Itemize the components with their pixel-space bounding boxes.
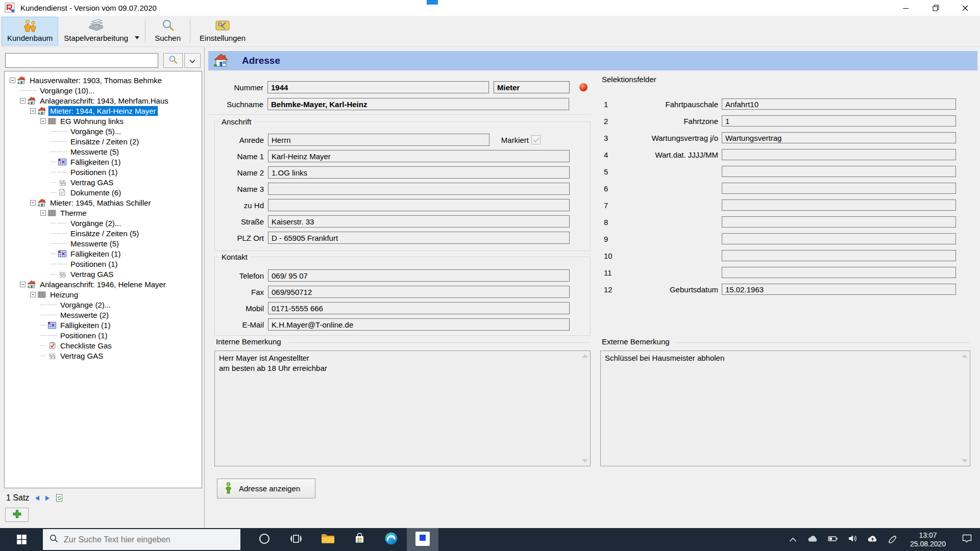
interne-bemerkung-textarea[interactable]: Herr Mayer ist Angestellter am besten ab… [214,350,591,466]
field-name-3[interactable] [268,183,570,195]
selektionsfeld-input-10[interactable] [722,250,956,261]
tree-item[interactable]: Positionen (1) [5,330,202,340]
field-fax[interactable]: 069/950712 [268,286,570,298]
selektionsfeld-input-11[interactable] [722,267,956,278]
taskbar-search-box[interactable] [43,529,240,550]
start-button[interactable] [0,528,43,551]
nummer-field[interactable]: 1944 [267,81,489,93]
selektionsfeld-input-6[interactable] [722,183,956,194]
selektionsfeld-input-3[interactable]: Wartungsvertrag [722,132,956,143]
externe-bemerkung-textarea[interactable]: Schlüssel bei Hausmeister abholen [600,350,970,466]
tree-item[interactable]: Hausverwalter: 1903, Thomas Behmke [5,75,202,85]
field-name-1[interactable]: Karl-Heinz Mayer [268,150,570,162]
pen-tray-button[interactable] [883,528,902,551]
tree-item[interactable]: Dokumente (6) [5,187,202,197]
selektionsfeld-input-2[interactable]: 1 [722,115,956,127]
selektionsfeld-input-1[interactable]: Anfahrt10 [722,98,956,110]
collapse-icon[interactable] [40,118,46,124]
backup-cloud-tray-button[interactable] [863,528,883,551]
scroll-down-icon[interactable] [582,459,588,463]
previous-record-button[interactable] [34,495,40,502]
scroll-up-icon[interactable] [962,354,968,358]
adresse-anzeigen-button[interactable]: Adresse anzeigen [217,479,315,498]
tree-item[interactable]: Vorgänge (5)... [5,126,202,136]
field-telefon[interactable]: 069/ 95 07 [268,269,570,282]
next-record-button[interactable] [45,495,51,502]
tree-item[interactable]: Positionen (1) [5,167,202,177]
tree-item[interactable]: Messwerte (2) [5,310,202,320]
tree-item[interactable]: Vorgänge (2)... [5,299,202,310]
markiert-checkbox[interactable] [531,135,541,144]
action-center-button[interactable] [953,528,980,551]
tree-item[interactable]: Anlageanschrift: 1943, Mehrfam.Haus [5,95,202,106]
tree-item[interactable]: Heizung [5,289,202,299]
batch-dropdown-arrow[interactable] [134,36,141,45]
toolbar-button-suchen[interactable]: Suchen [149,17,186,45]
toolbar-button-einstellungen[interactable]: Einstellungen [194,17,251,45]
collapse-icon[interactable] [10,78,15,83]
field-zu-hd[interactable] [268,199,570,211]
search-options-button[interactable] [184,53,201,68]
field-plz-ort[interactable]: D - 65905 Frankfurt [268,232,570,244]
field-e-mail[interactable]: K.H.Mayer@T-online.de [268,318,570,331]
battery-tray-button[interactable] [823,528,843,551]
collapse-icon[interactable] [20,282,26,287]
collapse-icon[interactable] [30,108,36,114]
collapse-icon[interactable] [40,210,46,216]
collapse-icon[interactable] [20,98,26,104]
tree-item[interactable]: Mieter: 1945, Mathias Schiller [5,197,202,208]
microsoft-store-button[interactable] [344,528,375,551]
collapse-icon[interactable] [30,292,36,297]
tree-item[interactable]: Positionen (1) [5,259,202,269]
tree-item[interactable]: Mieter: 1944, Karl-Heinz Mayer [5,106,202,116]
kundendienst-app-button[interactable] [407,528,438,551]
add-record-button[interactable] [5,508,29,522]
tree-item[interactable]: Fälligkeiten (1) [5,248,202,259]
tray-expand-button[interactable] [783,528,803,551]
tree-item[interactable]: Messwerte (5) [5,146,202,157]
toolbar-button-kundenbaum[interactable]: Kundenbaum [2,17,58,45]
task-view-button[interactable] [280,528,312,551]
taskbar-clock[interactable]: 13:07 25.08.2020 [902,531,953,548]
tree-item[interactable]: Anlageanschrift: 1946, Helene Mayer [5,279,202,289]
selektionsfeld-input-12[interactable]: 15.02.1963 [722,284,956,295]
restore-button[interactable] [921,0,950,16]
field-name-2[interactable]: 1.OG links [268,166,570,179]
tree-item[interactable]: Fälligkeiten (1) [5,320,202,330]
tree-search-button[interactable] [163,53,183,68]
suchname-field[interactable]: Behmke-Mayer, Karl-Heinz [267,98,569,110]
panel-splitter[interactable] [204,47,205,528]
collapse-icon[interactable] [30,200,36,206]
selektionsfeld-input-7[interactable] [722,199,956,211]
taskbar-search-input[interactable] [64,535,227,544]
field-stra-e[interactable]: Kaiserstr. 33 [268,215,570,228]
selektionsfeld-input-5[interactable] [722,166,956,177]
selektionsfeld-input-8[interactable] [722,216,956,228]
tree-item[interactable]: §§Vertrag GAS [5,177,202,187]
field-anrede[interactable]: Herrn [268,134,489,146]
volume-tray-button[interactable] [843,528,863,551]
tree-item[interactable]: Einsätze / Zeiten (5) [5,228,202,238]
tree-item[interactable]: Vorgänge (10)... [5,85,202,95]
edge-browser-button[interactable] [375,528,407,551]
tree-search-input[interactable] [5,53,158,68]
file-explorer-button[interactable] [312,528,344,551]
tree-item[interactable]: Vorgänge (2)... [5,218,202,228]
tree-item[interactable]: Einsätze / Zeiten (2) [5,136,202,146]
minimize-button[interactable] [891,0,921,16]
cortana-button[interactable] [249,528,280,551]
tree-item[interactable]: Therme [5,208,202,218]
selektionsfeld-input-9[interactable] [722,233,956,244]
selektionsfeld-input-4[interactable] [722,149,956,160]
tree-item[interactable]: §§Vertrag GAS [5,269,202,279]
refresh-record-icon[interactable] [56,494,63,502]
scroll-up-icon[interactable] [582,354,588,358]
tree-item[interactable]: Messwerte (5) [5,238,202,248]
scroll-down-icon[interactable] [962,459,968,463]
field-mobil[interactable]: 0171-5555 666 [268,302,570,314]
toolbar-button-stapelverarbeitung[interactable]: Stapelverarbeitung [58,17,134,45]
onedrive-tray-button[interactable] [803,528,823,551]
tree-item[interactable]: Fälligkeiten (1) [5,157,202,167]
close-button[interactable] [950,0,980,16]
tree-item[interactable]: EG Wohnung links [5,116,202,126]
